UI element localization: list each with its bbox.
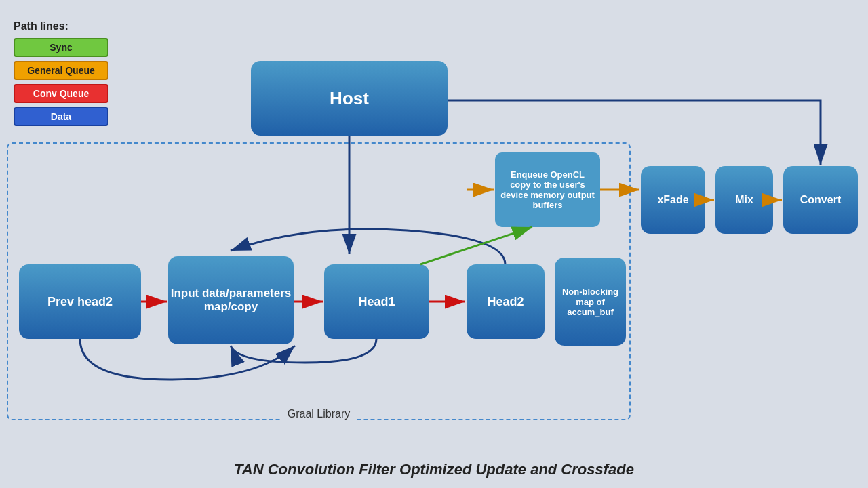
legend: Path lines: Sync General Queue Conv Queu… — [14, 20, 108, 130]
mix-node: Mix — [715, 166, 773, 234]
xfade-node: xFade — [641, 166, 705, 234]
legend-item-data: Data — [14, 107, 108, 126]
graal-label: Graal Library — [282, 408, 355, 420]
conv-queue-label: Conv Queue — [14, 84, 108, 103]
head2-node: Head2 — [467, 264, 545, 339]
head1-node: Head1 — [324, 264, 429, 339]
legend-title: Path lines: — [14, 20, 108, 33]
convert-node: Convert — [783, 166, 858, 234]
input-node: Input data/parameters map/copy — [168, 256, 294, 344]
nonblocking-node: Non-blocking map of accum_buf — [555, 258, 626, 346]
sync-label: Sync — [14, 38, 108, 57]
legend-item-general: General Queue — [14, 61, 108, 80]
prev-head2-node: Prev head2 — [19, 264, 141, 339]
page-title: TAN Convolution Filter Optimized Update … — [0, 461, 868, 479]
data-label: Data — [14, 107, 108, 126]
enqueue-box: Enqueue OpenCL copy to the user's device… — [495, 152, 600, 227]
host-node: Host — [251, 61, 448, 136]
legend-item-sync: Sync — [14, 38, 108, 57]
legend-item-conv: Conv Queue — [14, 84, 108, 103]
general-queue-label: General Queue — [14, 61, 108, 80]
